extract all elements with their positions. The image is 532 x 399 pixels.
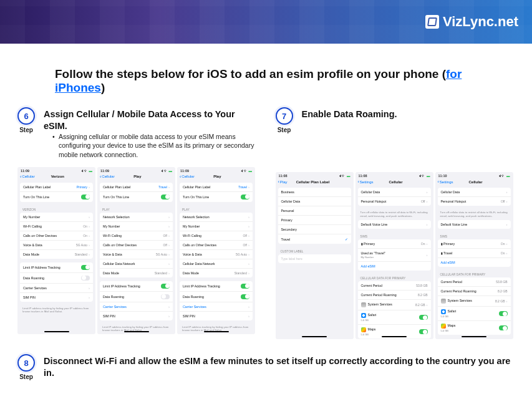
step-6: 6 Step Assign Cellular / Mobile Data Acc…: [17, 107, 257, 339]
step-7-title: Enable Data Roaming.: [302, 108, 515, 120]
safari-icon: [361, 313, 366, 318]
step-8-title: Disconnect Wi-Fi and allow the eSIM a fe…: [44, 355, 515, 379]
screenshot-6a: 11:09•ıl ᯤ ▬ ‹CellularVerizon Cellular P…: [17, 167, 95, 334]
step-6-title: Assign Cellular / Mobile Data Access to …: [44, 108, 257, 132]
status-icons: •ıl ᯤ ▬: [82, 169, 92, 173]
custom-label-input[interactable]: Type label here: [281, 257, 302, 261]
screenshot-7a: 11:08•ıl ᯤ ▬ ‹PlayCellular Plan Label Bu…: [276, 172, 354, 339]
gear-icon: [441, 299, 446, 304]
row-turn-on[interactable]: Turn On This Line: [20, 192, 93, 202]
step-6-desc: Assigning cellular or mobile data access…: [52, 132, 257, 160]
brand-logo-icon: [425, 15, 439, 29]
screenshot-6b: 11:09•ıl ᯤ ▬ ‹CellularPlay Cellular Plan…: [97, 167, 175, 334]
banner: VizLync.net: [0, 0, 532, 44]
step-8-label: Step: [17, 373, 35, 380]
screenshot-7c: 11:10•ıl ᯤ ▬ ‹SettingsCellular Cellular …: [435, 172, 513, 339]
check-icon: ✓: [345, 237, 348, 241]
chevron-left-icon: ‹: [20, 175, 21, 179]
step-8: 8 Step Disconnect Wi-Fi and allow the eS…: [17, 354, 515, 380]
step-7-number: 7: [276, 107, 293, 125]
toggle-off[interactable]: [81, 276, 90, 281]
brand-text: VizLync.net: [443, 14, 518, 30]
row-plan-label[interactable]: Cellular Plan LabelPrimary›: [20, 183, 93, 192]
maps-icon: [361, 327, 366, 332]
gear-icon: [361, 302, 366, 307]
toggle-on[interactable]: [81, 195, 90, 200]
screenshot-6c: 11:09•ıl ᯤ ▬ ‹CellularPlay Cellular Plan…: [177, 167, 255, 334]
nav-title: Verizon: [22, 175, 93, 178]
step-8-number: 8: [17, 354, 35, 372]
step-6-label: Step: [17, 127, 35, 133]
step-7: 7 Step Enable Data Roaming. 11:08•ıl ᯤ ▬…: [276, 107, 515, 339]
safari-icon: [441, 309, 446, 314]
chevron-right-icon: ›: [89, 185, 90, 189]
step-6-number: 6: [17, 107, 35, 125]
page-title: Follow the steps below for iOS to add an…: [55, 67, 515, 95]
home-indicator: [44, 331, 69, 332]
maps-icon: [441, 324, 446, 329]
toggle-on[interactable]: [81, 265, 90, 270]
step-7-label: Step: [276, 127, 293, 133]
screenshot-7b: 11:08•ıl ᯤ ▬ ‹SettingsCellular Cellular …: [355, 172, 433, 339]
brand: VizLync.net: [425, 14, 518, 30]
